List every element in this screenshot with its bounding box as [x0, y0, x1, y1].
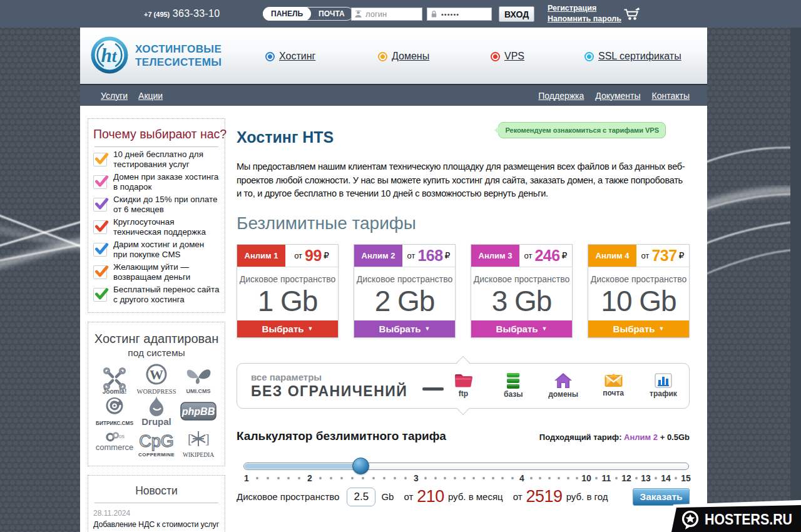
- checkbox-icon: [93, 220, 107, 234]
- svg-text:UMI.CMS: UMI.CMS: [186, 388, 211, 394]
- plan-name-badge: Анлим 1: [237, 245, 285, 267]
- plans-heading: Безлимитные тарифы: [237, 213, 690, 233]
- calculator-header: Калькулятор безлимитного тарифа Подходящ…: [237, 429, 690, 443]
- plan-price: от168₽: [402, 245, 455, 267]
- disk-slider[interactable]: [243, 463, 689, 470]
- house-icon: [554, 372, 573, 389]
- nav-domains[interactable]: Домены: [378, 51, 429, 62]
- disk-space-input[interactable]: [347, 488, 375, 506]
- choose-button[interactable]: Выбрать▼: [354, 320, 455, 337]
- nav-contacts[interactable]: Контакты: [652, 91, 690, 101]
- slider-handle[interactable]: [352, 458, 369, 474]
- page: h t ХОСТИНГОВЫЕТЕЛЕСИСТЕМЫ Хостинг Домен…: [80, 28, 707, 532]
- nav-promos[interactable]: Акции: [138, 91, 163, 101]
- choose-button[interactable]: Выбрать▼: [237, 320, 338, 337]
- divider: [94, 503, 218, 503]
- company-name[interactable]: ХОСТИНГОВЫЕТЕЛЕСИСТЕМЫ: [135, 43, 222, 69]
- wikipedia-logo: [] WIKIPEDIA: [178, 428, 220, 459]
- svg-text:Drupal: Drupal: [141, 416, 171, 427]
- plan-body: Дисковое пространство 2 Gb: [354, 267, 455, 320]
- joomla-logo: Joomla!: [93, 363, 135, 394]
- enter-button[interactable]: ВХОД: [499, 6, 534, 22]
- sidebar: Почему выбирают нас? 10 дней бесплатно д…: [88, 106, 225, 532]
- plan-disk-size: 10 Gb: [588, 285, 689, 317]
- feature-traffic: трафик: [644, 372, 683, 399]
- suitable-plan-link[interactable]: Анлим 2: [624, 432, 658, 442]
- plan-card-anlim2: Анлим 2 от168₽ Дисковое пространство 2 G…: [354, 244, 456, 338]
- unlimited-params-box: все параметры БЕЗ ОГРАНИЧЕНИЙ ftp: [237, 363, 690, 409]
- cart-icon[interactable]: [623, 6, 641, 22]
- svg-text:[: [: [188, 432, 192, 446]
- svg-text:HOSTERS.RU: HOSTERS.RU: [705, 511, 792, 528]
- background-right-strip: [790, 0, 801, 532]
- database-icon: [505, 372, 521, 389]
- phone-number: +7 (495) 363-33-10: [144, 8, 220, 19]
- vps-recommendation-tooltip[interactable]: Рекомендуем ознакомиться с тарифами VPS: [498, 122, 666, 138]
- plan-body: Дисковое пространство 10 Gb: [588, 267, 689, 320]
- lock-icon: [430, 10, 438, 18]
- news-item-link[interactable]: Добавление НДС к стоимости услуг с 01.01…: [93, 519, 220, 532]
- nav-hosting[interactable]: Хостинг: [265, 51, 315, 62]
- checkbox-icon: [93, 198, 107, 212]
- plan-name-badge: Анлим 3: [471, 245, 519, 267]
- password-field-wrap: [427, 8, 492, 21]
- plan-cards: Анлим 1 от99₽ Дисковое пространство 1 Gb…: [237, 244, 690, 338]
- svg-text:WIKIPEDIA: WIKIPEDIA: [183, 452, 214, 458]
- user-icon: [354, 10, 362, 18]
- features-list: ftp базы: [444, 372, 683, 399]
- svg-text:phpBB: phpBB: [181, 406, 215, 417]
- checkbox-icon: [93, 288, 107, 302]
- nav-documents[interactable]: Документы: [595, 91, 640, 101]
- plan-disk-size: 1 Gb: [237, 285, 338, 317]
- why-item: Скидки до 15% при оплате от 6 месяцев: [93, 195, 220, 215]
- why-item: Желающим уйти — возвращаем деньги: [93, 262, 220, 282]
- plan-price: от246₽: [519, 245, 572, 267]
- disk-unit: Gb: [381, 491, 394, 502]
- plan-card-anlim3: Анлим 3 от246₽ Дисковое пространство 3 G…: [471, 244, 573, 338]
- slider-fill: [245, 464, 362, 469]
- checkbox-icon: [93, 243, 107, 257]
- svg-text:WORDPRESS: WORDPRESS: [137, 388, 176, 395]
- chevron-down-icon: ▼: [542, 325, 548, 332]
- hosters-badge[interactable]: HOSTERS.RU: [657, 488, 801, 532]
- choose-button[interactable]: Выбрать▼: [471, 320, 572, 337]
- radio-icon: [265, 52, 275, 61]
- suitable-plan: Подходящий тариф: Анлим 2 + 0.5Gb: [539, 432, 690, 442]
- feature-databases: базы: [494, 372, 533, 399]
- cms-box: Хостинг адаптирован под системы Joomla! …: [88, 322, 225, 466]
- svg-text:COPPERMINE: COPPERMINE: [138, 452, 175, 458]
- nav-vps[interactable]: VPS: [491, 51, 524, 62]
- feature-ftp: ftp: [444, 372, 482, 399]
- cms-logo-grid: Joomla! W WORDPRESS UMI.CMS: [93, 363, 220, 459]
- divider: [94, 146, 218, 147]
- svg-text:]: ]: [205, 432, 210, 446]
- bar-chart-icon: [654, 372, 673, 389]
- svg-text:h: h: [101, 44, 111, 66]
- register-link[interactable]: Регистрация: [548, 3, 621, 14]
- company-logo[interactable]: h t: [90, 36, 129, 74]
- checkbox-icon: [93, 175, 107, 189]
- nav-services[interactable]: Услуги: [101, 91, 128, 101]
- auth-links: Регистрация Напомнить пароль: [548, 3, 621, 24]
- why-item: Бесплатный перенос сайта с другого хости…: [93, 285, 220, 305]
- news-date: 28.11.2024: [93, 509, 220, 518]
- radio-icon: [491, 52, 500, 61]
- tab-mail[interactable]: ПОЧТА: [310, 8, 353, 20]
- plan-name-badge: Анлим 2: [354, 245, 402, 267]
- cms-subtitle: под системы: [93, 347, 220, 359]
- plan-card-anlim4: Анлим 4 от737₽ Дисковое пространство 10 …: [588, 244, 690, 338]
- cms-title: Хостинг адаптирован: [93, 332, 220, 346]
- remind-password-link[interactable]: Напомнить пароль: [548, 14, 621, 24]
- bitrix-logo: БИТРИКС.CMS: [93, 396, 135, 427]
- tab-panel[interactable]: ПАНЕЛЬ: [263, 7, 311, 21]
- plan-body: Дисковое пространство 3 Gb: [471, 267, 572, 320]
- choose-button[interactable]: Выбрать▼: [588, 320, 689, 337]
- nav-support[interactable]: Поддержка: [538, 91, 584, 101]
- envelope-icon: [604, 372, 623, 388]
- dash: [422, 387, 444, 391]
- content-area: Почему выбирают нас? 10 дней бесплатно д…: [80, 106, 707, 532]
- svg-text:commerce: commerce: [95, 442, 133, 452]
- login-field-wrap: [351, 8, 422, 21]
- nav-ssl[interactable]: SSL сертификаты: [584, 51, 681, 62]
- plan-disk-size: 2 Gb: [354, 285, 455, 317]
